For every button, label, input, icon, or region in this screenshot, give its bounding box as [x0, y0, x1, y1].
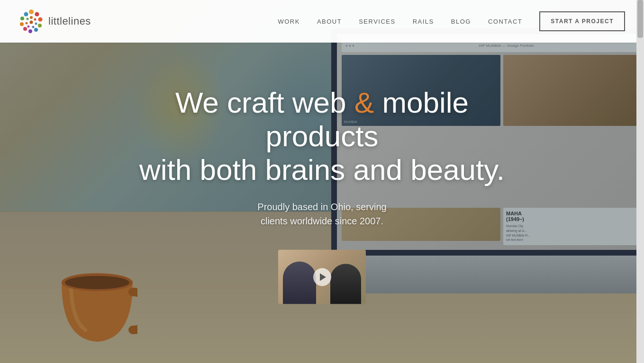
- nav-rails[interactable]: RAILS: [413, 18, 434, 25]
- svg-point-7: [34, 28, 38, 32]
- hero-section: ● ● ● HIP MUMBAI — Design Portfolio MUMB…: [0, 0, 644, 363]
- svg-point-12: [24, 12, 28, 17]
- hero-subtext: Proudly based in Ohio, serving clients w…: [137, 200, 507, 228]
- svg-point-5: [38, 18, 43, 22]
- svg-point-16: [32, 26, 35, 28]
- logo-icon: [19, 9, 44, 34]
- svg-point-9: [23, 27, 27, 31]
- play-button[interactable]: [313, 268, 331, 286]
- svg-point-13: [30, 16, 33, 19]
- person-right-silhouette: [330, 264, 361, 304]
- play-icon: [320, 273, 326, 281]
- nav-work[interactable]: WORK: [278, 18, 299, 25]
- svg-point-8: [28, 29, 32, 33]
- start-project-button[interactable]: START A PROJECT: [539, 11, 625, 31]
- svg-point-4: [35, 12, 39, 17]
- svg-point-11: [20, 17, 24, 20]
- headline-ampersand: &: [354, 86, 374, 118]
- hero-content: We craft web & mobile products with both…: [137, 85, 507, 306]
- person-left-silhouette: [283, 262, 316, 304]
- hero-subtext-line1: Proudly based in Ohio, serving: [257, 202, 386, 212]
- scrollbar-thumb[interactable]: [637, 0, 643, 38]
- header: littlelines WORK ABOUT SERVICES RAILS BL…: [0, 0, 644, 43]
- nav-contact[interactable]: CONTACT: [488, 18, 522, 25]
- svg-point-18: [26, 22, 28, 25]
- scrollbar[interactable]: [636, 0, 644, 363]
- svg-point-20: [30, 21, 33, 24]
- navigation: WORK ABOUT SERVICES RAILS BLOG CONTACT S…: [278, 11, 625, 31]
- nav-services[interactable]: SERVICES: [359, 18, 396, 25]
- logo-text: littlelines: [48, 15, 91, 27]
- svg-point-14: [34, 18, 36, 21]
- video-thumbnail[interactable]: [278, 250, 366, 304]
- nav-about[interactable]: ABOUT: [317, 18, 342, 25]
- hero-subtext-line2: clients worldwide since 2007.: [261, 216, 383, 226]
- logo-area[interactable]: littlelines: [19, 9, 91, 34]
- svg-point-6: [38, 24, 42, 27]
- svg-point-19: [27, 18, 29, 20]
- svg-point-10: [20, 22, 24, 26]
- headline-text-1: We craft web: [175, 86, 354, 118]
- svg-point-15: [35, 23, 37, 25]
- svg-point-17: [27, 26, 30, 28]
- headline-text-3: with both brains and beauty.: [139, 153, 505, 186]
- nav-blog[interactable]: BLOG: [451, 18, 471, 25]
- svg-point-3: [29, 9, 34, 14]
- hero-headline: We craft web & mobile products with both…: [137, 85, 507, 186]
